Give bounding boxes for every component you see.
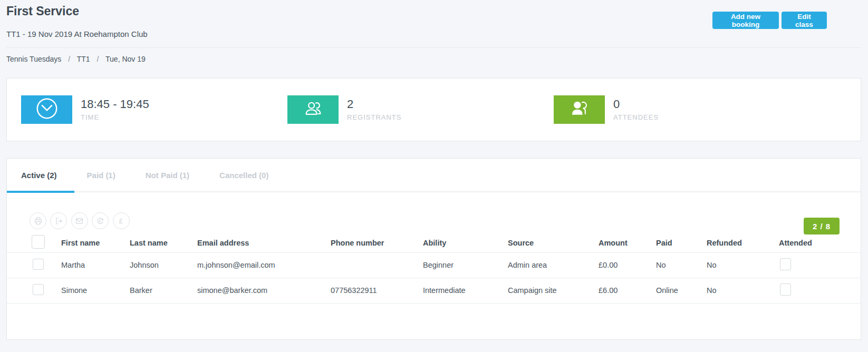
attended-checkbox[interactable] [780, 283, 791, 296]
breadcrumb-separator: / [68, 55, 70, 63]
page-subtitle: TT1 - 19 Nov 2019 At Roehampton Club [6, 30, 148, 38]
email-icon[interactable] [71, 212, 88, 229]
registrants-label: REGISTRANTS [347, 113, 401, 121]
tab-not-paid[interactable]: Not Paid (1) [146, 171, 189, 180]
cell-first-name: Martha [61, 252, 130, 278]
col-paid: Paid [656, 233, 707, 252]
cell-first-name: Simone [61, 278, 130, 303]
col-attended: Attended [772, 233, 861, 252]
registrants-table: First name Last name Email address Phone… [7, 233, 861, 304]
time-stat: 18:45 - 19:45 TIME [21, 95, 287, 124]
col-ability: Ability [423, 233, 508, 252]
cell-refunded: No [707, 278, 772, 303]
add-new-booking-button[interactable]: Add new booking [712, 12, 779, 29]
breadcrumb-item-date: Tue, Nov 19 [105, 55, 146, 63]
registrants-tile [287, 95, 339, 124]
cell-email: m.johnson@email.com [197, 252, 331, 278]
col-email: Email address [197, 233, 331, 252]
col-phone: Phone number [331, 233, 423, 252]
cell-source: Campaign site [508, 278, 599, 303]
svg-text:£: £ [99, 219, 102, 224]
col-amount: Amount [599, 233, 656, 252]
tab-cancelled[interactable]: Cancelled (0) [219, 171, 268, 180]
col-first-name: First name [61, 233, 130, 252]
attendees-tile [554, 95, 605, 124]
header-divider [6, 47, 861, 48]
col-refunded: Refunded [707, 233, 772, 252]
cell-amount: £0.00 [599, 252, 656, 278]
cell-source: Admin area [508, 252, 599, 278]
breadcrumb-item-class[interactable]: TT1 [77, 55, 90, 63]
edit-class-button[interactable]: Edit class [782, 12, 827, 29]
cell-last-name: Barker [130, 278, 197, 303]
tab-active[interactable]: Active (2) [21, 171, 57, 180]
cell-paid: No [656, 252, 707, 278]
table-row: Simone Barker simone@barker.com 07756322… [7, 278, 861, 303]
select-all-checkbox[interactable] [32, 235, 45, 249]
breadcrumb-separator: / [97, 55, 99, 63]
row-checkbox[interactable] [33, 284, 44, 295]
print-icon[interactable] [30, 212, 46, 229]
attendees-stat: 0 ATTENDEES [554, 95, 820, 124]
svg-text:£: £ [119, 217, 123, 225]
pound-icon[interactable]: £ [113, 212, 130, 229]
col-last-name: Last name [130, 233, 197, 252]
tab-paid[interactable]: Paid (1) [87, 171, 115, 180]
row-actions-toolbar: £ £ [30, 212, 861, 229]
refund-icon[interactable]: £ [92, 212, 109, 229]
cell-amount: £6.00 [599, 278, 656, 303]
cell-phone [331, 252, 423, 278]
registrants-stat: 2 REGISTRANTS [287, 95, 554, 124]
clock-icon [35, 96, 59, 123]
active-tab-underline [7, 191, 74, 193]
breadcrumb-item-service[interactable]: Tennis Tuesdays [6, 55, 61, 63]
time-tile [21, 95, 72, 124]
registrants-panel: Active (2) Paid (1) Not Paid (1) Cancell… [6, 158, 861, 340]
attendees-value: 0 [613, 98, 659, 111]
cell-paid: Online [656, 278, 707, 303]
status-tabs: Active (2) Paid (1) Not Paid (1) Cancell… [7, 159, 861, 192]
person-check-icon [569, 98, 590, 121]
attended-checkbox[interactable] [780, 258, 791, 270]
cell-last-name: Johnson [130, 252, 197, 278]
row-checkbox[interactable] [33, 259, 44, 270]
table-header-row: First name Last name Email address Phone… [7, 233, 861, 252]
table-row: Martha Johnson m.johnson@email.com Begin… [7, 252, 861, 278]
page-title: First Service [6, 4, 79, 18]
cell-email: simone@barker.com [197, 278, 331, 303]
cell-ability: Intermediate [423, 278, 508, 303]
registrants-value: 2 [347, 98, 401, 111]
col-source: Source [508, 233, 599, 252]
time-value: 18:45 - 19:45 [81, 98, 149, 111]
session-summary-panel: 18:45 - 19:45 TIME 2 REGISTRANTS [6, 78, 861, 141]
cell-refunded: No [707, 252, 772, 278]
people-icon [303, 98, 324, 121]
attendees-label: ATTENDEES [613, 113, 659, 121]
cell-phone: 07756322911 [331, 278, 423, 303]
breadcrumb: Tennis Tuesdays / TT1 / Tue, Nov 19 [6, 55, 150, 63]
export-icon[interactable] [50, 212, 67, 229]
time-label: TIME [81, 113, 149, 121]
cell-ability: Beginner [423, 252, 508, 278]
